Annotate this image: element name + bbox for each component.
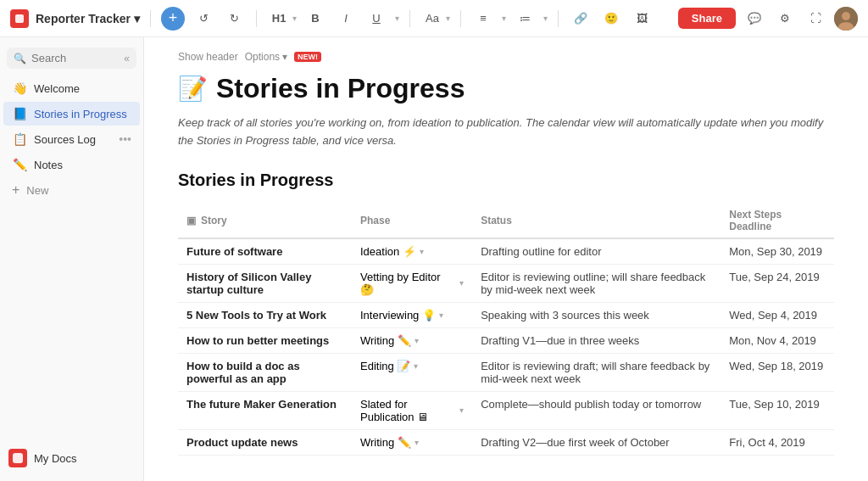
phase-dropdown-icon[interactable]: ▾ xyxy=(459,278,464,288)
avatar[interactable] xyxy=(834,7,858,31)
fullscreen-button[interactable]: ⛶ xyxy=(804,7,827,31)
phase-label: Vetting by Editor 🤔 xyxy=(360,271,456,296)
phase-dropdown-icon[interactable]: ▾ xyxy=(439,310,443,320)
add-button[interactable]: + xyxy=(161,7,185,31)
section-title-stories: Stories in Progress xyxy=(178,171,834,190)
settings-button[interactable]: ⚙ xyxy=(773,7,797,31)
phase-dropdown-icon[interactable]: ▾ xyxy=(415,438,419,447)
sidebar: 🔍 « 👋 Welcome 📘 Stories in Progress 📋 So… xyxy=(0,37,144,481)
table-row: How to build a doc as powerful as an app… xyxy=(178,353,834,391)
phase-label: Writing ✏️ xyxy=(360,436,411,449)
content-inner: Show header Options ▾ NEW! 📝 Stories in … xyxy=(144,37,868,481)
app-name-label: Reporter Tracker xyxy=(36,12,131,25)
col-story: ▣Story xyxy=(178,204,352,238)
deadline-cell: Mon, Sep 30, 2019 xyxy=(721,238,834,265)
divider2 xyxy=(256,10,257,27)
heading-button[interactable]: H1 xyxy=(267,7,291,31)
font-size-group: Aa ▾ xyxy=(420,7,450,31)
col-status: Status xyxy=(472,204,721,238)
wave-icon: 👋 xyxy=(12,81,27,96)
divider5 xyxy=(558,10,559,27)
new-item-button[interactable]: + New xyxy=(3,178,140,202)
deadline-cell: Wed, Sep 4, 2019 xyxy=(721,302,834,327)
svg-rect-0 xyxy=(15,14,24,23)
divider4 xyxy=(460,10,461,27)
story-cell: 5 New Tools to Try at Work xyxy=(178,302,352,327)
story-cell: How to build a doc as powerful as an app xyxy=(178,353,352,391)
collapse-sidebar-button[interactable]: « xyxy=(124,53,130,64)
my-docs-icon xyxy=(8,449,27,467)
align-button[interactable]: ≡ xyxy=(471,7,495,31)
page-description: Keep track of all stories you're working… xyxy=(178,115,834,150)
list-button[interactable]: ≔ xyxy=(513,7,537,31)
status-cell: Complete—should publish today or tomorro… xyxy=(472,391,721,429)
link-button[interactable]: 🔗 xyxy=(569,7,593,31)
story-cell: How to run better meetings xyxy=(178,327,352,353)
table-row: The future Maker Generation Slated for P… xyxy=(178,391,834,429)
my-docs-label: My Docs xyxy=(34,452,77,465)
page-title: Stories in Progress xyxy=(216,73,465,104)
more-icon[interactable]: ••• xyxy=(119,132,131,146)
deadline-cell: Wed, Sep 18, 2019 xyxy=(721,353,834,391)
phase-cell: Vetting by Editor 🤔 ▾ xyxy=(352,264,472,302)
title-emoji: 📝 xyxy=(178,75,208,103)
table-row: Product update news Writing ✏️ ▾ Draftin… xyxy=(178,429,834,455)
underline-button[interactable]: U xyxy=(364,7,388,31)
status-cell: Editor is reviewing outline; will share … xyxy=(472,264,721,302)
svg-rect-4 xyxy=(13,453,23,463)
phase-dropdown-icon[interactable]: ▾ xyxy=(415,336,419,345)
comment-button[interactable]: 💬 xyxy=(743,7,766,31)
phase-dropdown-icon[interactable]: ▾ xyxy=(414,361,418,371)
story-cell: Future of software xyxy=(178,238,352,265)
status-cell: Drafting V1—due in three weeks xyxy=(472,327,721,353)
col-phase: Phase xyxy=(352,204,472,238)
phase-cell: Ideation ⚡ ▾ xyxy=(352,238,472,265)
sidebar-item-stories[interactable]: 📘 Stories in Progress xyxy=(3,102,140,126)
sidebar-item-label-notes: Notes xyxy=(34,159,131,171)
table-header-row: ▣Story Phase Status Next Steps Deadline xyxy=(178,204,834,238)
font-size-dropdown-icon: ▾ xyxy=(446,14,450,23)
sidebar-item-sources[interactable]: 📋 Sources Log ••• xyxy=(3,127,140,151)
undo-button[interactable]: ↺ xyxy=(192,7,215,31)
emoji-button[interactable]: 🙂 xyxy=(599,7,623,31)
search-container: 🔍 « xyxy=(7,48,136,69)
search-input[interactable] xyxy=(31,52,119,64)
options-button[interactable]: Options ▾ xyxy=(245,51,287,63)
story-col-icon: ▣ xyxy=(186,215,196,227)
sidebar-item-label-sources: Sources Log xyxy=(34,133,112,146)
sidebar-item-notes[interactable]: ✏️ Notes xyxy=(3,153,140,176)
share-button[interactable]: Share xyxy=(678,8,736,29)
align-dropdown-icon: ▾ xyxy=(502,14,506,23)
stories-table: ▣Story Phase Status Next Steps Deadline … xyxy=(178,204,834,456)
heading-group: H1 ▾ xyxy=(267,7,297,31)
phase-cell: Writing ✏️ ▾ xyxy=(352,429,472,455)
clipboard-icon: 📋 xyxy=(12,131,27,147)
redo-button[interactable]: ↻ xyxy=(222,7,246,31)
app-logo xyxy=(10,9,29,28)
phase-dropdown-icon[interactable]: ▾ xyxy=(420,247,424,256)
deadline-cell: Fri, Oct 4, 2019 xyxy=(721,429,834,455)
show-header-link[interactable]: Show header xyxy=(178,51,238,63)
sidebar-item-label-welcome: Welcome xyxy=(34,82,131,95)
phase-dropdown-icon[interactable]: ▾ xyxy=(459,405,464,415)
status-cell: Editor is reviewing draft; will share fe… xyxy=(472,353,721,391)
sidebar-item-welcome[interactable]: 👋 Welcome xyxy=(3,76,140,100)
font-size-button[interactable]: Aa xyxy=(420,7,444,31)
image-button[interactable]: 🖼 xyxy=(630,7,654,31)
toolbar: Reporter Tracker ▾ + ↺ ↻ H1 ▾ B I U ▾ Aa… xyxy=(0,0,868,37)
app-title[interactable]: Reporter Tracker ▾ xyxy=(36,12,140,25)
search-icon: 🔍 xyxy=(14,53,26,64)
pencil-icon: ✏️ xyxy=(12,157,27,172)
my-docs-button[interactable]: My Docs xyxy=(0,442,143,474)
page-title-row: 📝 Stories in Progress xyxy=(178,73,834,104)
divider xyxy=(150,10,151,27)
new-badge: NEW! xyxy=(294,52,321,62)
status-cell: Drafting V2—due first week of October xyxy=(472,429,721,455)
table-row: How to run better meetings Writing ✏️ ▾ … xyxy=(178,327,834,353)
bold-button[interactable]: B xyxy=(303,7,327,31)
story-cell: History of Silicon Valley startup cultur… xyxy=(178,264,352,302)
phase-label: Interviewing 💡 xyxy=(360,309,436,322)
italic-button[interactable]: I xyxy=(334,7,358,31)
new-item-label: New xyxy=(26,184,48,197)
toolbar-left: Reporter Tracker ▾ + ↺ ↻ H1 ▾ B I U ▾ Aa… xyxy=(10,7,654,31)
